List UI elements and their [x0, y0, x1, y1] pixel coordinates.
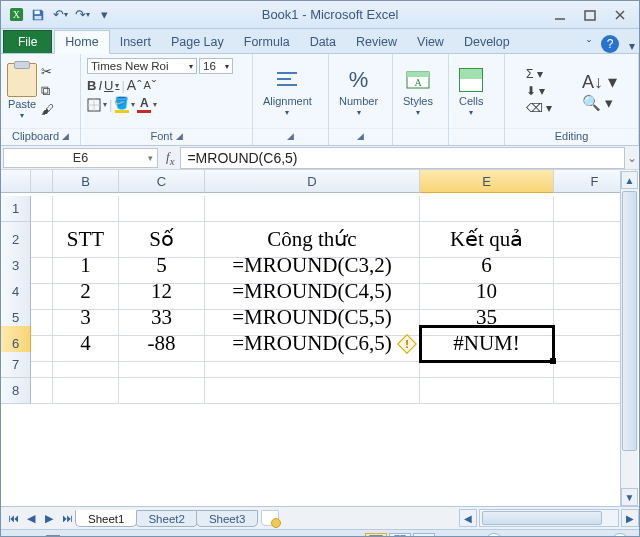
col-header-A[interactable] [31, 170, 53, 193]
font-group-label: Font [150, 130, 172, 142]
cell[interactable] [119, 196, 205, 222]
cell[interactable] [205, 352, 420, 378]
paste-button[interactable]: Paste ▾ [7, 63, 37, 120]
underline-button[interactable]: U [104, 78, 119, 93]
cell[interactable] [420, 196, 554, 222]
worksheet-grid[interactable]: B C D E F 1 2 STT Số Công thức Kết quả 3… [1, 170, 639, 506]
col-header-E[interactable]: E [420, 170, 554, 193]
select-all-button[interactable] [1, 170, 31, 193]
col-header-B[interactable]: B [53, 170, 119, 193]
sheet-tab[interactable]: Sheet2 [135, 510, 197, 527]
font-dialog-icon[interactable]: ◢ [176, 131, 183, 141]
app-icon[interactable]: X [6, 5, 26, 25]
alignment-dialog-icon[interactable]: ◢ [287, 131, 294, 141]
cell[interactable] [31, 352, 53, 378]
close-button[interactable] [605, 5, 635, 25]
minimize-ribbon-icon[interactable]: ˇ [587, 39, 591, 53]
copy-icon[interactable]: ⧉ [41, 83, 54, 99]
sheet-nav-last[interactable]: ⏭ [58, 512, 76, 524]
scroll-left-button[interactable]: ◀ [459, 509, 477, 527]
sheet-nav-prev[interactable]: ◀ [22, 512, 40, 525]
tab-data[interactable]: Data [300, 31, 346, 53]
qat-customize-icon[interactable]: ▾ [94, 5, 114, 25]
borders-button[interactable] [87, 98, 107, 112]
scroll-thumb[interactable] [622, 191, 637, 451]
tab-page-layout[interactable]: Page Lay [161, 31, 234, 53]
scroll-up-button[interactable]: ▲ [621, 171, 638, 189]
bold-button[interactable]: B [87, 78, 96, 93]
sheet-tab[interactable]: Sheet1 [75, 510, 137, 527]
sheet-nav-first[interactable]: ⏮ [4, 512, 22, 524]
scroll-right-button[interactable]: ▶ [621, 509, 639, 527]
vertical-scrollbar[interactable]: ▲ ▼ [620, 171, 638, 506]
row-header[interactable]: 1 [1, 196, 31, 222]
col-header-D[interactable]: D [205, 170, 420, 193]
sheet-nav-next[interactable]: ▶ [40, 512, 58, 525]
cell[interactable] [53, 196, 119, 222]
clear-button[interactable]: ⌫ ▾ [526, 101, 552, 115]
clipboard-icon [7, 63, 37, 97]
clipboard-dialog-icon[interactable]: ◢ [62, 131, 69, 141]
cells-button[interactable]: Cells▾ [455, 64, 487, 119]
row-header[interactable]: 7 [1, 352, 31, 378]
find-select-button[interactable]: 🔍 ▾ [582, 94, 617, 112]
number-dialog-icon[interactable]: ◢ [357, 131, 364, 141]
tab-file[interactable]: File [3, 30, 52, 53]
cell[interactable] [31, 196, 53, 222]
shrink-font-button[interactable]: Aˇ [143, 78, 156, 93]
redo-icon[interactable]: ↷▾ [72, 5, 92, 25]
page-break-view-button[interactable] [413, 533, 435, 538]
cell[interactable] [205, 196, 420, 222]
sheet-tab[interactable]: Sheet3 [196, 510, 258, 527]
fill-color-button[interactable]: 🪣 [114, 96, 135, 113]
font-size-combo[interactable]: 16▾ [199, 58, 233, 74]
active-cell[interactable]: ! #NUM! [420, 326, 554, 362]
format-painter-icon[interactable]: 🖌 [41, 102, 54, 118]
expand-formula-icon[interactable]: ⌄ [625, 151, 639, 165]
zoom-out-button[interactable]: − [485, 533, 503, 538]
ribbon-options-icon[interactable]: ▾ [629, 39, 635, 53]
minimize-button[interactable] [545, 5, 575, 25]
grow-font-button[interactable]: Aˆ [127, 77, 142, 93]
alignment-button[interactable]: Alignment▾ [259, 64, 316, 119]
tab-formulas[interactable]: Formula [234, 31, 300, 53]
autosum-button[interactable]: Σ ▾ [526, 67, 552, 81]
sort-filter-button[interactable]: A↓ ▾ [582, 71, 617, 93]
font-color-button[interactable]: A [137, 96, 157, 113]
tab-developer[interactable]: Develop [454, 31, 520, 53]
cell[interactable] [420, 378, 554, 404]
normal-view-button[interactable] [365, 533, 387, 538]
font-name-combo[interactable]: Times New Roi▾ [87, 58, 197, 74]
tab-review[interactable]: Review [346, 31, 407, 53]
cell[interactable] [53, 378, 119, 404]
tab-home[interactable]: Home [54, 30, 109, 54]
page-layout-view-button[interactable] [389, 533, 411, 538]
formula-input[interactable]: =MROUND(C6,5) [180, 147, 625, 169]
number-button[interactable]: % Number▾ [335, 64, 382, 119]
insert-sheet-button[interactable] [261, 510, 279, 526]
horizontal-scrollbar[interactable]: ◀ ▶ [459, 509, 639, 527]
cell[interactable] [53, 352, 119, 378]
tab-view[interactable]: View [407, 31, 454, 53]
row-header[interactable]: 8 [1, 378, 31, 404]
cell[interactable] [205, 378, 420, 404]
error-indicator-icon[interactable]: ! [398, 335, 416, 353]
cell[interactable] [119, 352, 205, 378]
zoom-in-button[interactable]: + [611, 533, 629, 538]
name-box[interactable]: E6▾ [3, 148, 158, 168]
scroll-down-button[interactable]: ▼ [621, 488, 638, 506]
cut-icon[interactable]: ✂ [41, 64, 54, 80]
save-icon[interactable] [28, 5, 48, 25]
help-icon[interactable]: ? [601, 35, 619, 53]
cell[interactable] [119, 378, 205, 404]
scroll-thumb[interactable] [482, 511, 602, 525]
maximize-button[interactable] [575, 5, 605, 25]
fx-icon[interactable]: fx [166, 149, 174, 167]
cell[interactable] [31, 378, 53, 404]
italic-button[interactable]: I [98, 78, 102, 93]
fill-button[interactable]: ⬇ ▾ [526, 84, 552, 98]
undo-icon[interactable]: ↶▾ [50, 5, 70, 25]
col-header-C[interactable]: C [119, 170, 205, 193]
styles-button[interactable]: A Styles▾ [399, 64, 437, 119]
tab-insert[interactable]: Insert [110, 31, 161, 53]
